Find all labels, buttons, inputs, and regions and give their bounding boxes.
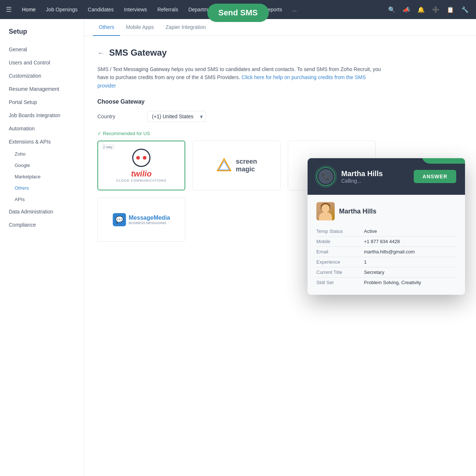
messagemedia-sub: BUSINESS MESSAGING — [129, 221, 170, 225]
page-title: SMS Gateway — [109, 48, 167, 58]
country-select-wrapper: (+1) United States — [147, 111, 206, 122]
label-skill-set: Skill Set — [316, 280, 364, 285]
sidebar-sub-item-zoho[interactable]: Zoho — [0, 148, 84, 160]
call-info: Martha Hills Calling... — [341, 170, 408, 184]
messagemedia-logo: 💬 MessageMedia BUSINESS MESSAGING — [113, 213, 170, 226]
label-email: Email — [316, 249, 364, 254]
twilio-icon — [132, 149, 150, 167]
page-description: SMS / Text Messaging Gateway helps you s… — [97, 65, 383, 90]
nav-home[interactable]: Home — [18, 4, 40, 15]
sidebar-sub-item-google[interactable]: Google — [0, 160, 84, 171]
back-header: ← SMS Gateway — [97, 48, 463, 58]
make-calls-badge: Make calls — [422, 158, 465, 164]
gateway-twilio[interactable]: 2-way twilio CLOUD COMMUNICATIONS — [97, 141, 185, 190]
nav-more[interactable]: ... — [288, 4, 301, 15]
call-status: Calling... — [341, 178, 408, 184]
sidebar-title: Setup — [0, 28, 84, 43]
contact-avatar — [316, 202, 335, 220]
label-experience: Experience — [316, 259, 364, 265]
detail-row-mobile: Mobile +1 877 834 4428 — [316, 237, 456, 247]
bell-icon[interactable]: 🔔 — [416, 5, 426, 15]
section-title: Choose Gateway — [97, 98, 463, 105]
call-avatar-ring: 📞 — [316, 167, 335, 186]
tabs: Others Mobile Apps Zapier Integration — [84, 19, 476, 36]
contact-header: Martha Hills — [316, 202, 456, 220]
two-way-badge: 2-way — [101, 144, 115, 150]
gateway-messagemedia[interactable]: 💬 MessageMedia BUSINESS MESSAGING — [97, 198, 185, 242]
twilio-logo: twilio CLOUD COMMUNICATIONS — [116, 149, 166, 182]
call-name: Martha Hills — [341, 170, 408, 178]
country-select[interactable]: (+1) United States — [147, 111, 206, 122]
value-skill-set: Problem Solving, Creativity — [364, 280, 456, 285]
detail-row-current-title: Current Title Secretary — [316, 267, 456, 278]
sidebar-sub-item-marketplace[interactable]: Marketplace — [0, 171, 84, 182]
sidebar-sub-item-others[interactable]: Others — [0, 182, 84, 194]
messagemedia-text: MessageMedia — [129, 215, 170, 221]
sidebar-sub-item-apis[interactable]: APIs — [0, 194, 84, 205]
contact-name: Martha Hills — [339, 208, 376, 215]
value-temp-status: Active — [364, 228, 456, 234]
value-current-title: Secretary — [364, 269, 456, 275]
detail-row-email: Email martha.hills@gmail.com — [316, 247, 456, 257]
nav-icons: 🔍 📣 🔔 ➕ 📋 🔧 — [387, 5, 470, 15]
call-popup: Make calls 📞 Martha Hills Calling... ANS… — [308, 158, 465, 295]
call-header: 📞 Martha Hills Calling... ANSWER — [308, 158, 465, 195]
value-experience: 1 — [364, 259, 456, 265]
sidebar-item-extensions-apis[interactable]: Extensions & APIs — [0, 135, 84, 148]
sidebar-item-job-boards[interactable]: Job Boards Integration — [0, 109, 84, 122]
nav-referrals[interactable]: Referrals — [153, 4, 183, 15]
gateway-screenmagic[interactable]: screen magic — [193, 141, 280, 190]
messagemedia-icon: 💬 — [113, 213, 126, 226]
clipboard-icon[interactable]: 📋 — [445, 5, 455, 15]
detail-row-experience: Experience 1 — [316, 257, 456, 267]
nav-interviews[interactable]: Interviews — [120, 4, 152, 15]
label-mobile: Mobile — [316, 239, 364, 244]
detail-row-temp-status: Temp Status Active — [316, 226, 456, 237]
detail-row-skill-set: Skill Set Problem Solving, Creativity — [316, 278, 456, 287]
tab-mobile-apps[interactable]: Mobile Apps — [120, 19, 160, 36]
answer-button[interactable]: ANSWER — [414, 170, 456, 183]
twilio-dot-left — [136, 156, 140, 160]
contact-card: Martha Hills Temp Status Active Mobile +… — [308, 195, 465, 295]
sidebar-item-customization[interactable]: Customization — [0, 69, 84, 82]
main-layout: Setup General Users and Control Customiz… — [0, 19, 476, 476]
value-mobile: +1 877 834 4428 — [364, 239, 456, 244]
tab-zapier-integration[interactable]: Zapier Integration — [160, 19, 212, 36]
screenmagic-text: screen magic — [236, 158, 257, 174]
screenmagic-logo: screen magic — [216, 157, 257, 174]
country-label: Country — [97, 114, 141, 119]
twilio-dot-right — [143, 156, 146, 160]
call-ring-animation — [315, 166, 337, 187]
plus-icon[interactable]: ➕ — [431, 5, 441, 15]
hamburger-icon[interactable]: ☰ — [6, 5, 12, 14]
sidebar-item-data-admin[interactable]: Data Administration — [0, 205, 84, 218]
twilio-wordmark: twilio — [131, 169, 152, 179]
tools-icon[interactable]: 🔧 — [460, 5, 470, 15]
send-sms-badge: Send SMS — [207, 4, 269, 22]
nav-job-openings[interactable]: Job Openings — [41, 4, 82, 15]
screenmagic-icon — [216, 157, 232, 174]
messagemedia-text-block: MessageMedia BUSINESS MESSAGING — [129, 215, 170, 225]
twilio-sub: CLOUD COMMUNICATIONS — [116, 179, 166, 182]
tab-others[interactable]: Others — [93, 19, 120, 36]
nav-candidates[interactable]: Candidates — [83, 4, 118, 15]
label-temp-status: Temp Status — [316, 228, 364, 234]
check-icon: ✓ — [97, 131, 101, 136]
value-email: martha.hills@gmail.com — [364, 249, 456, 254]
avatar-body — [319, 212, 332, 220]
sidebar-item-general[interactable]: General — [0, 43, 84, 56]
sidebar-item-portal-setup[interactable]: Portal Setup — [0, 96, 84, 109]
sidebar-item-automation[interactable]: Automation — [0, 122, 84, 135]
label-current-title: Current Title — [316, 269, 364, 275]
main-content: Others Mobile Apps Zapier Integration ← … — [84, 19, 476, 476]
megaphone-icon[interactable]: 📣 — [401, 5, 412, 15]
country-row: Country (+1) United States — [97, 111, 463, 122]
sidebar: Setup General Users and Control Customiz… — [0, 19, 84, 476]
back-button[interactable]: ← — [97, 49, 105, 57]
contact-avatar-image — [316, 202, 335, 220]
search-icon[interactable]: 🔍 — [387, 5, 397, 15]
sidebar-item-resume-management[interactable]: Resume Management — [0, 82, 84, 96]
contact-details: Temp Status Active Mobile +1 877 834 442… — [316, 226, 456, 287]
sidebar-item-compliance[interactable]: Compliance — [0, 218, 84, 231]
sidebar-item-users-control[interactable]: Users and Control — [0, 56, 84, 69]
